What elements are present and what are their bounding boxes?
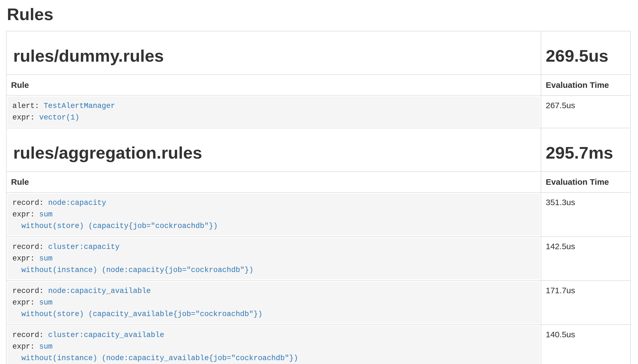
- column-header-row: RuleEvaluation Time: [6, 75, 631, 96]
- rule-column-header: Rule: [11, 177, 29, 186]
- eval-time-column-header: Evaluation Time: [546, 177, 609, 186]
- rule-cell: record: cluster:capacity expr: sum witho…: [6, 237, 541, 281]
- rule-eval-time: 140.5us: [541, 325, 631, 364]
- rule-key-text: record:: [12, 331, 48, 339]
- rules-table: rules/dummy.rules269.5usRuleEvaluation T…: [6, 31, 631, 364]
- rule-group-eval-time-cell: 269.5us: [541, 31, 631, 75]
- rule-eval-time: 142.5us: [541, 237, 631, 281]
- rule-key-text: record:: [12, 287, 48, 295]
- rule-cell: record: node:capacity_available expr: su…: [6, 281, 541, 325]
- eval-time-column-header-cell: Evaluation Time: [541, 172, 631, 192]
- rule-column-header-cell: Rule: [6, 75, 541, 96]
- rule-expression-link[interactable]: sum without(store) (capacity{job="cockro…: [12, 210, 218, 230]
- rule-code-block: record: node:capacity expr: sum without(…: [7, 194, 540, 235]
- page-title: Rules: [7, 4, 638, 24]
- rule-group-name: rules/dummy.rules: [13, 46, 536, 66]
- rule-eval-time: 267.5us: [541, 96, 631, 128]
- rule-key-text: record:: [12, 199, 48, 207]
- rule-group-eval-time: 295.7ms: [546, 143, 626, 162]
- rule-key-text: expr:: [12, 298, 39, 307]
- rule-expression-link[interactable]: sum without(store) (capacity_available{j…: [12, 298, 262, 318]
- rule-expression-link[interactable]: cluster:capacity_available: [48, 331, 164, 339]
- rule-group-name-cell: rules/dummy.rules: [6, 31, 541, 75]
- rule-key-text: expr:: [12, 210, 39, 219]
- rule-expression-link[interactable]: vector(1): [39, 113, 79, 122]
- column-header-row: RuleEvaluation Time: [6, 172, 631, 192]
- rule-expression-link[interactable]: node:capacity: [48, 199, 106, 207]
- rule-cell: record: node:capacity expr: sum without(…: [6, 192, 541, 237]
- rule-column-header: Rule: [11, 80, 29, 89]
- rule-expression-link[interactable]: sum without(instance) (node:capacity_ava…: [12, 343, 298, 362]
- rule-expression-link[interactable]: cluster:capacity: [48, 243, 120, 251]
- rule-key-text: record:: [12, 243, 48, 251]
- rule-code-block: record: node:capacity_available expr: su…: [7, 282, 540, 324]
- rule-group-name: rules/aggregation.rules: [13, 143, 536, 162]
- rule-column-header-cell: Rule: [6, 172, 541, 192]
- eval-time-column-header-cell: Evaluation Time: [541, 75, 631, 96]
- rule-row: record: node:capacity_available expr: su…: [6, 281, 631, 325]
- rule-group-header-row: rules/aggregation.rules295.7ms: [6, 128, 631, 172]
- rule-key-text: expr:: [12, 254, 39, 263]
- rule-row: record: node:capacity expr: sum without(…: [6, 192, 631, 237]
- rule-cell: record: cluster:capacity_available expr:…: [6, 325, 541, 364]
- rule-code-block: record: cluster:capacity expr: sum witho…: [7, 238, 540, 279]
- rule-code-block: record: cluster:capacity_available expr:…: [7, 326, 540, 364]
- rule-eval-time: 351.3us: [541, 192, 631, 237]
- rule-group-header-row: rules/dummy.rules269.5us: [6, 31, 631, 75]
- rule-group-name-cell: rules/aggregation.rules: [6, 128, 541, 172]
- rule-row: alert: TestAlertManager expr: vector(1)2…: [6, 96, 631, 128]
- rule-expression-link[interactable]: TestAlertManager: [44, 102, 115, 110]
- rule-key-text: alert:: [12, 102, 44, 110]
- rule-key-text: expr:: [12, 113, 39, 122]
- rule-row: record: cluster:capacity expr: sum witho…: [6, 237, 631, 281]
- rule-group-eval-time-cell: 295.7ms: [541, 128, 631, 172]
- rule-key-text: expr:: [12, 343, 39, 351]
- rule-row: record: cluster:capacity_available expr:…: [6, 325, 631, 364]
- rule-cell: alert: TestAlertManager expr: vector(1): [6, 96, 541, 128]
- eval-time-column-header: Evaluation Time: [546, 80, 609, 89]
- rule-expression-link[interactable]: sum without(instance) (node:capacity{job…: [12, 254, 253, 274]
- rule-eval-time: 171.7us: [541, 281, 631, 325]
- rule-expression-link[interactable]: node:capacity_available: [48, 287, 151, 295]
- rules-table-body: rules/dummy.rules269.5usRuleEvaluation T…: [6, 31, 631, 364]
- rule-group-eval-time: 269.5us: [546, 46, 626, 66]
- rule-code-block: alert: TestAlertManager expr: vector(1): [7, 97, 540, 127]
